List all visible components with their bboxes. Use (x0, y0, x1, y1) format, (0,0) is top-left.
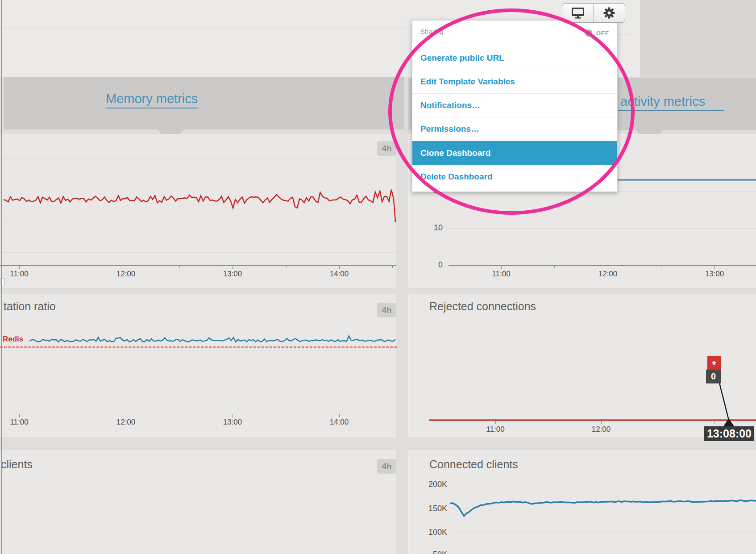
menu-item-edit-template-variables[interactable]: Edit Template Variables (412, 70, 617, 94)
sharing-toggle-label[interactable]: OFF (596, 30, 609, 37)
fragmentation-series-line (29, 336, 395, 342)
dashboard-screen: Memory metrics activity metrics 11:00 12… (0, 0, 756, 554)
tooltip-pointer (723, 418, 734, 426)
connected-series-line (450, 500, 756, 516)
sharing-toggle-knob[interactable] (585, 29, 592, 37)
menu-item-notifications[interactable]: Notifications… (412, 94, 617, 117)
event-marker-flag[interactable]: * (707, 356, 721, 370)
chart-series-layer (0, 0, 756, 554)
gear-icon (602, 6, 616, 20)
sharing-menu-header: Sharing (420, 28, 444, 35)
window-left-edge (1, 0, 2, 554)
menu-item-clone-dashboard[interactable]: Clone Dashboard (412, 141, 617, 165)
screen-mode-button[interactable] (562, 4, 593, 22)
settings-button[interactable] (593, 4, 624, 22)
time-tooltip: 13:08:00 (704, 426, 754, 441)
memory-series-line (4, 190, 395, 222)
event-marker-value: 0 (706, 370, 721, 383)
marker-connector-line (719, 383, 729, 420)
dashboard-toolbar (562, 3, 625, 23)
menu-item-delete-dashboard[interactable]: Delete Dashboard (412, 165, 617, 188)
sharing-menu: Sharing OFF Generate public URL Edit Tem… (412, 20, 618, 192)
menu-item-generate-public-url[interactable]: Generate public URL (412, 46, 617, 70)
monitor-icon (571, 7, 585, 19)
menu-item-permissions[interactable]: Permissions… (412, 117, 617, 141)
